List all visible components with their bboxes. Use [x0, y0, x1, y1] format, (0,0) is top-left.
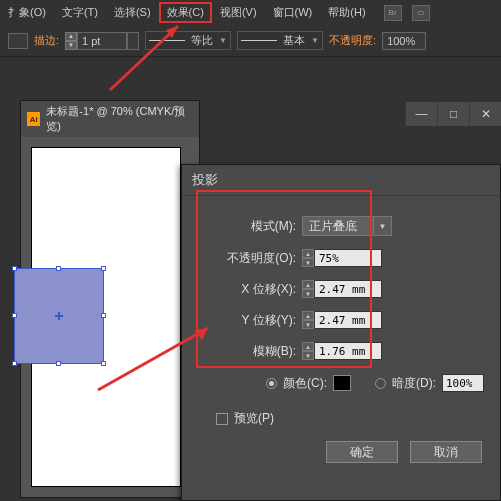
x-stepper[interactable]: ▲▼	[302, 280, 314, 298]
menu-select[interactable]: 选择(S)	[106, 2, 159, 23]
x-offset-label: X 位移(X):	[196, 281, 296, 298]
darkness-field[interactable]	[442, 374, 484, 392]
layout-icon[interactable]: ▭	[412, 5, 430, 21]
ok-button[interactable]: 确定	[326, 441, 398, 463]
menubar: 扌象(O) 文字(T) 选择(S) 效果(C) 视图(V) 窗口(W) 帮助(H…	[0, 0, 501, 25]
color-label: 颜色(C):	[283, 375, 327, 392]
document-title: 未标题-1* @ 70% (CMYK/预览)	[46, 104, 193, 134]
close-button[interactable]: ✕	[469, 102, 501, 126]
menu-view[interactable]: 视图(V)	[212, 2, 265, 23]
opacity-stepper[interactable]: ▲▼	[302, 249, 314, 267]
blur-field[interactable]	[314, 342, 382, 360]
x-offset-field[interactable]	[314, 280, 382, 298]
brush-basic[interactable]: 基本▼	[237, 31, 323, 50]
mode-select[interactable]: 正片叠底	[302, 216, 374, 236]
menu-object[interactable]: 扌象(O)	[0, 2, 54, 23]
opacity-label: 不透明度:	[329, 33, 376, 48]
blur-stepper[interactable]: ▲▼	[302, 342, 314, 360]
stroke-input[interactable]	[77, 32, 127, 50]
chevron-down-icon[interactable]: ▼	[374, 216, 392, 236]
stroke-dropdown[interactable]	[127, 32, 139, 50]
stroke-label: 描边:	[34, 33, 59, 48]
opacity-label-dlg: 不透明度(O):	[196, 250, 296, 267]
preview-checkbox[interactable]	[216, 413, 228, 425]
mode-label: 模式(M):	[196, 218, 296, 235]
stroke-swatch[interactable]	[8, 33, 28, 49]
document-canvas[interactable]	[21, 137, 199, 497]
color-swatch[interactable]	[333, 375, 351, 391]
minimize-button[interactable]: —	[405, 102, 437, 126]
document-window: Ai 未标题-1* @ 70% (CMYK/预览)	[20, 100, 200, 498]
y-offset-label: Y 位移(Y):	[196, 312, 296, 329]
menu-window[interactable]: 窗口(W)	[265, 2, 321, 23]
drop-shadow-dialog: 投影 模式(M): 正片叠底 ▼ 不透明度(O): ▲▼ X 位移(X): ▲▼…	[181, 164, 501, 501]
bridge-icon[interactable]: Br	[384, 5, 402, 21]
ai-icon: Ai	[27, 112, 40, 126]
cancel-button[interactable]: 取消	[410, 441, 482, 463]
selected-rectangle[interactable]	[14, 268, 104, 364]
menu-text[interactable]: 文字(T)	[54, 2, 106, 23]
dialog-title[interactable]: 投影	[182, 165, 500, 196]
y-stepper[interactable]: ▲▼	[302, 311, 314, 329]
menu-effect[interactable]: 效果(C)	[159, 2, 212, 23]
darkness-label: 暗度(D):	[392, 375, 436, 392]
brush-profile[interactable]: 等比▼	[145, 31, 231, 50]
artboard	[31, 147, 181, 487]
opacity-input[interactable]	[382, 32, 426, 50]
opacity-field[interactable]	[314, 249, 382, 267]
selection-center-icon	[55, 312, 63, 320]
document-titlebar[interactable]: Ai 未标题-1* @ 70% (CMYK/预览)	[21, 101, 199, 137]
darkness-radio[interactable]	[375, 378, 386, 389]
menu-help[interactable]: 帮助(H)	[320, 2, 373, 23]
maximize-button[interactable]: □	[437, 102, 469, 126]
stroke-stepper[interactable]: ▲▼	[65, 32, 77, 50]
preview-label: 预览(P)	[234, 410, 274, 427]
y-offset-field[interactable]	[314, 311, 382, 329]
blur-label: 模糊(B):	[196, 343, 296, 360]
color-radio[interactable]	[266, 378, 277, 389]
window-controls: — □ ✕	[405, 102, 501, 126]
options-bar: 描边: ▲▼ 等比▼ 基本▼ 不透明度:	[0, 25, 501, 57]
